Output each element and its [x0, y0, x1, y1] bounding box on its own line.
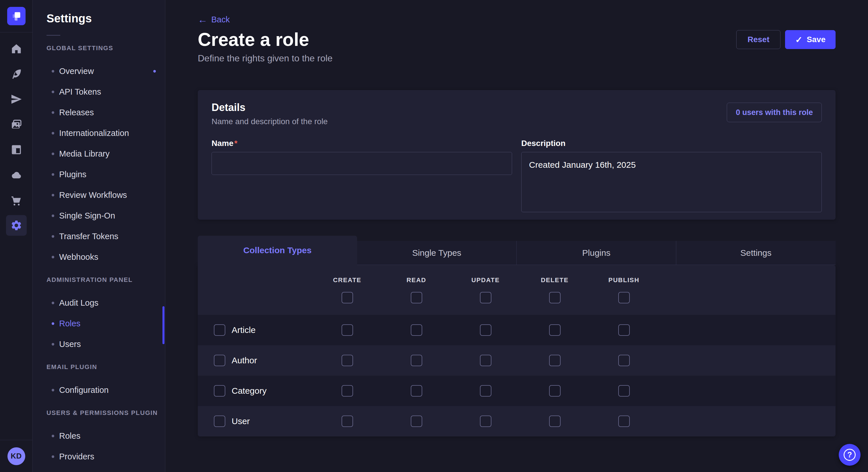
- row-select-checkbox[interactable]: [214, 385, 225, 397]
- read-checkbox[interactable]: [411, 415, 422, 427]
- users-with-role-button[interactable]: 0 users with this role: [727, 103, 822, 122]
- column-delete: DELETE: [520, 276, 589, 303]
- subnav-title: Settings: [46, 11, 165, 25]
- section-label: EMAIL PLUGIN: [33, 361, 165, 373]
- tab-collection-types[interactable]: Collection Types: [198, 236, 357, 265]
- bullet-icon: [52, 456, 54, 458]
- cloud-icon[interactable]: [4, 162, 29, 188]
- sidebar-item-internationalization[interactable]: Internationalization: [33, 123, 165, 143]
- description-input[interactable]: Created January 16th, 2025: [521, 152, 822, 212]
- create-checkbox[interactable]: [342, 415, 353, 427]
- tab-single-types[interactable]: Single Types: [357, 241, 516, 265]
- details-card: Details Name and description of the role…: [198, 90, 836, 220]
- home-icon[interactable]: [4, 36, 29, 61]
- media-library-icon[interactable]: [4, 112, 29, 137]
- publish-checkbox[interactable]: [618, 355, 630, 366]
- bullet-icon: [52, 132, 54, 134]
- row-select-checkbox[interactable]: [214, 415, 225, 427]
- delete-checkbox[interactable]: [549, 385, 561, 397]
- read-checkbox[interactable]: [411, 355, 422, 366]
- header-actions: Reset ✓ Save: [736, 30, 836, 49]
- create-checkbox[interactable]: [342, 324, 353, 336]
- sidebar-item-media-library[interactable]: Media Library: [33, 143, 165, 164]
- details-header: Details Name and description of the role…: [212, 102, 822, 126]
- read-checkbox[interactable]: [411, 324, 422, 336]
- arrow-left-icon: ←: [198, 14, 208, 24]
- bullet-icon: [52, 153, 54, 155]
- tab-settings[interactable]: Settings: [676, 241, 836, 265]
- save-button[interactable]: ✓ Save: [785, 30, 836, 49]
- help-button[interactable]: ?: [839, 444, 861, 466]
- select-all-read-checkbox[interactable]: [411, 292, 422, 303]
- select-all-update-checkbox[interactable]: [480, 292, 491, 303]
- reset-button[interactable]: Reset: [736, 30, 780, 49]
- user-avatar[interactable]: KD: [7, 447, 25, 465]
- name-label-text: Name: [212, 139, 234, 148]
- table-row-category: Category: [198, 376, 836, 406]
- delete-checkbox[interactable]: [549, 324, 561, 336]
- update-checkbox[interactable]: [480, 385, 491, 397]
- sidebar-item-label: Transfer Tokens: [59, 232, 118, 241]
- select-all-create-checkbox[interactable]: [342, 292, 353, 303]
- app-root: KD Settings GLOBAL SETTINGS Overview API…: [0, 0, 868, 472]
- strapi-logo-icon: [11, 11, 22, 21]
- sidebar-item-providers[interactable]: Providers: [33, 446, 165, 467]
- read-checkbox[interactable]: [411, 385, 422, 397]
- layout-icon[interactable]: [4, 137, 29, 162]
- sidebar-item-roles-admin[interactable]: Roles: [33, 313, 165, 334]
- update-checkbox[interactable]: [480, 415, 491, 427]
- sidebar-item-users[interactable]: Users: [33, 334, 165, 355]
- create-checkbox[interactable]: [342, 355, 353, 366]
- sidebar-item-review-workflows[interactable]: Review Workflows: [33, 185, 165, 205]
- create-checkbox[interactable]: [342, 385, 353, 397]
- update-checkbox[interactable]: [480, 355, 491, 366]
- select-all-publish-checkbox[interactable]: [618, 292, 630, 303]
- sidebar-item-overview[interactable]: Overview: [33, 61, 165, 81]
- bullet-icon: [52, 194, 54, 196]
- row-select-checkbox[interactable]: [214, 324, 225, 336]
- paper-plane-icon[interactable]: [4, 87, 29, 112]
- row-select-checkbox[interactable]: [214, 355, 225, 366]
- sidebar-item-single-sign-on[interactable]: Single Sign-On: [33, 205, 165, 226]
- name-field-group: Name*: [212, 139, 512, 213]
- select-all-delete-checkbox[interactable]: [549, 292, 561, 303]
- table-row-user: User: [198, 406, 836, 436]
- column-label: READ: [406, 276, 426, 284]
- sidebar-item-releases[interactable]: Releases: [33, 102, 165, 123]
- bullet-icon: [52, 173, 54, 176]
- update-checkbox[interactable]: [480, 324, 491, 336]
- delete-checkbox[interactable]: [549, 355, 561, 366]
- sidebar-item-roles-up[interactable]: Roles: [33, 426, 165, 446]
- publish-checkbox[interactable]: [618, 385, 630, 397]
- column-publish: PUBLISH: [589, 276, 658, 303]
- delete-checkbox[interactable]: [549, 415, 561, 427]
- feather-icon[interactable]: [4, 61, 29, 87]
- column-create: CREATE: [313, 276, 382, 303]
- strapi-logo[interactable]: [7, 7, 26, 25]
- sidebar-item-audit-logs[interactable]: Audit Logs: [33, 293, 165, 313]
- sidebar-item-label: Releases: [59, 108, 94, 117]
- sidebar-item-label: API Tokens: [59, 87, 101, 97]
- sidebar-item-plugins[interactable]: Plugins: [33, 164, 165, 185]
- settings-gear-icon[interactable]: [6, 215, 27, 236]
- sidebar-item-label: Media Library: [59, 149, 110, 159]
- publish-checkbox[interactable]: [618, 415, 630, 427]
- tab-plugins[interactable]: Plugins: [516, 241, 676, 265]
- sidebar-item-api-tokens[interactable]: API Tokens: [33, 81, 165, 102]
- back-label: Back: [211, 15, 229, 24]
- sidebar-scrollbar-thumb[interactable]: [162, 306, 164, 344]
- back-link[interactable]: ← Back: [198, 14, 229, 25]
- table-row-article: Article: [198, 315, 836, 345]
- sidebar-item-webhooks[interactable]: Webhooks: [33, 247, 165, 267]
- name-input[interactable]: [212, 152, 512, 175]
- marketplace-cart-icon[interactable]: [4, 188, 29, 213]
- bullet-icon: [52, 435, 54, 437]
- column-label: PUBLISH: [609, 276, 640, 284]
- publish-checkbox[interactable]: [618, 324, 630, 336]
- row-label: User: [231, 416, 250, 426]
- sidebar-item-label: Configuration: [59, 385, 109, 395]
- row-label: Category: [231, 386, 267, 396]
- sidebar-item-configuration[interactable]: Configuration: [33, 380, 165, 400]
- sidebar-item-label: Review Workflows: [59, 191, 127, 200]
- sidebar-item-transfer-tokens[interactable]: Transfer Tokens: [33, 226, 165, 247]
